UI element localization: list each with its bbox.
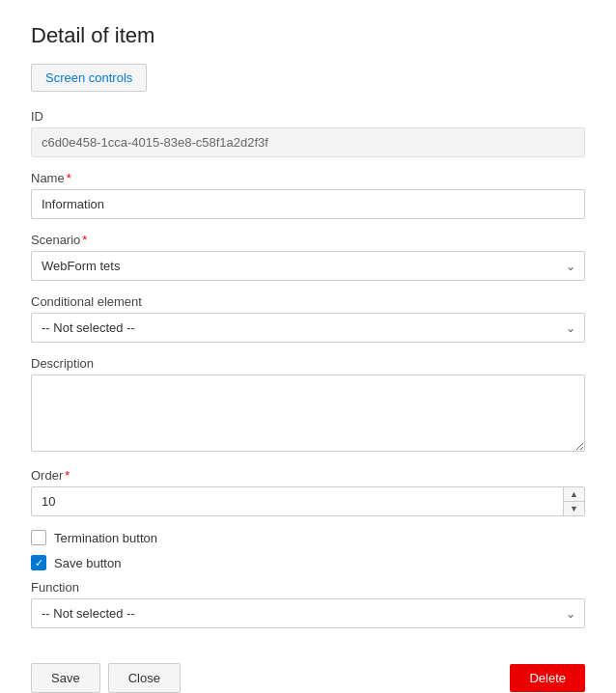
description-field-group: Description <box>31 356 585 455</box>
function-select[interactable]: -- Not selected -- <box>31 598 585 628</box>
conditional-element-label: Conditional element <box>31 294 585 309</box>
function-select-wrapper: -- Not selected -- ⌄ <box>31 598 585 628</box>
id-field-group: ID c6d0e458-1cca-4015-83e8-c58f1a2d2f3f <box>31 109 585 157</box>
conditional-element-field-group: Conditional element -- Not selected -- ⌄ <box>31 294 585 343</box>
page-title: Detail of item <box>31 23 585 48</box>
description-textarea[interactable] <box>31 374 585 452</box>
order-label: Order* <box>31 468 585 483</box>
name-field-group: Name* <box>31 171 585 219</box>
delete-button[interactable]: Delete <box>510 664 585 692</box>
scenario-required-star: * <box>82 233 87 247</box>
scenario-select-wrapper: WebForm tets ⌄ <box>31 251 585 281</box>
function-field-group: Function -- Not selected -- ⌄ <box>31 580 585 628</box>
save-button-row: Save button <box>31 555 585 570</box>
termination-button-row: Termination button <box>31 530 585 545</box>
conditional-element-select-wrapper: -- Not selected -- ⌄ <box>31 313 585 343</box>
termination-button-checkbox[interactable] <box>31 530 46 545</box>
order-input[interactable] <box>31 486 585 516</box>
order-spinner-down[interactable]: ▼ <box>564 502 584 515</box>
footer: Save Close Delete <box>31 651 585 693</box>
conditional-element-select[interactable]: -- Not selected -- <box>31 313 585 343</box>
close-button[interactable]: Close <box>108 663 181 693</box>
scenario-select[interactable]: WebForm tets <box>31 251 585 281</box>
order-field-group: Order* ▲ ▼ <box>31 468 585 516</box>
termination-button-label: Termination button <box>54 531 157 545</box>
name-label: Name* <box>31 171 585 185</box>
order-number-wrapper: ▲ ▼ <box>31 486 585 516</box>
function-label: Function <box>31 580 585 595</box>
order-spinner-up[interactable]: ▲ <box>564 487 584 502</box>
screen-controls-button[interactable]: Screen controls <box>31 64 147 92</box>
name-required-star: * <box>67 171 71 185</box>
order-required-star: * <box>65 468 70 483</box>
id-value: c6d0e458-1cca-4015-83e8-c58f1a2d2f3f <box>31 127 585 157</box>
footer-left-buttons: Save Close <box>31 663 181 693</box>
scenario-field-group: Scenario* WebForm tets ⌄ <box>31 233 585 281</box>
save-button-label: Save button <box>54 556 121 570</box>
save-button-footer[interactable]: Save <box>31 663 100 693</box>
description-label: Description <box>31 356 585 371</box>
name-input[interactable] <box>31 189 585 219</box>
id-label: ID <box>31 109 585 124</box>
save-button-checkbox[interactable] <box>31 555 46 570</box>
order-spinners: ▲ ▼ <box>563 487 584 515</box>
scenario-label: Scenario* <box>31 233 585 247</box>
